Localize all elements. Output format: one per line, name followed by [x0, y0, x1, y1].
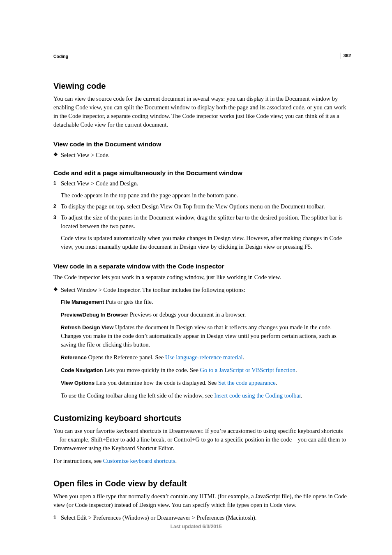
list-item: To adjust the size of the panes in the D…: [61, 213, 347, 251]
definition-item: File Management Puts or gets the file.: [61, 298, 347, 306]
definition-term: Code Navigation: [61, 367, 103, 373]
bullet-icon: ❖: [53, 286, 61, 294]
definition-text: Puts or gets the file.: [104, 298, 153, 305]
step-number: 2: [53, 202, 61, 211]
list-item: Select Edit > Preferences (Windows) or D…: [61, 513, 347, 522]
list-item: Select View > Code and Design. The code …: [61, 179, 347, 200]
definition-item: Preview/Debug In Browser Previews or deb…: [61, 310, 347, 319]
heading-open-files-code-view: Open files in Code view by default: [53, 478, 347, 490]
step-text: Select View > Code and Design.: [61, 180, 138, 187]
definition-item: View Options Lets you determine how the …: [61, 379, 347, 387]
step-number: 1: [53, 513, 61, 522]
text: For instructions, see: [53, 458, 103, 464]
link-set-code-appearance[interactable]: Set the code appearance: [218, 379, 276, 386]
period: .: [175, 458, 177, 464]
link-coding-toolbar[interactable]: Insert code using the Coding toolbar: [214, 392, 301, 399]
definition-term: File Management: [61, 299, 104, 305]
section-label: Coding: [53, 53, 347, 60]
heading-viewing-code: Viewing code: [53, 80, 347, 92]
step-number: 1: [53, 179, 61, 200]
paragraph: You can use your favorite keyboard short…: [53, 427, 347, 453]
link-language-reference[interactable]: Use language-reference material: [165, 354, 242, 361]
list-item: Select Window > Code Inspector. The tool…: [61, 286, 347, 294]
definition-item: Code Navigation Lets you move quickly in…: [61, 366, 347, 375]
paragraph: When you open a file type that normally …: [53, 492, 347, 509]
period: .: [276, 379, 277, 386]
period: .: [295, 367, 297, 373]
definition-term: Preview/Debug In Browser: [61, 312, 128, 318]
definition-term: Refresh Design View: [61, 324, 113, 331]
heading-view-code-document-window: View code in the Document window: [53, 140, 347, 149]
definition-text: To use the Coding toolbar along the left…: [61, 392, 214, 399]
definition-item: Refresh Design View Updates the document…: [61, 323, 347, 349]
definition-term: Reference: [61, 354, 87, 361]
period: .: [243, 354, 244, 361]
bullet-icon: ❖: [53, 151, 61, 160]
step-text: To adjust the size of the panes in the D…: [61, 214, 343, 229]
paragraph: The Code inspector lets you work in a se…: [53, 273, 347, 282]
definition-item: Reference Opens the Reference panel. See…: [61, 353, 347, 362]
heading-customizing-shortcuts: Customizing keyboard shortcuts: [53, 412, 347, 424]
definition-term: View Options: [61, 380, 95, 386]
page-number: 362: [341, 53, 351, 59]
step-number: 3: [53, 213, 61, 251]
step-note: Code view is updated automatically when …: [61, 234, 347, 251]
list-item: Select View > Code.: [61, 151, 347, 160]
definition-text: Opens the Reference panel. See: [87, 354, 165, 361]
list-item: To display the page on top, select Desig…: [61, 202, 347, 211]
link-goto-function[interactable]: Go to a JavaScript or VBScript function: [200, 367, 296, 373]
step-note: The code appears in the top pane and the…: [61, 191, 347, 200]
paragraph: You can view the source code for the cur…: [53, 95, 347, 129]
footer-last-updated: Last updated 6/3/2015: [0, 523, 392, 530]
paragraph: To use the Coding toolbar along the left…: [61, 391, 347, 400]
paragraph: For instructions, see Customize keyboard…: [53, 457, 347, 465]
link-customize-shortcuts[interactable]: Customize keyboard shortcuts: [103, 458, 175, 464]
definition-text: Lets you move quickly in the code. See: [103, 367, 200, 373]
heading-code-edit-simultaneously: Code and edit a page simultaneously in t…: [53, 169, 347, 178]
definition-text: Previews or debugs your document in a br…: [128, 311, 246, 318]
period: .: [301, 392, 302, 399]
definition-text: Lets you determine how the code is displ…: [95, 379, 218, 386]
heading-code-inspector: View code in a separate window with the …: [53, 262, 347, 271]
